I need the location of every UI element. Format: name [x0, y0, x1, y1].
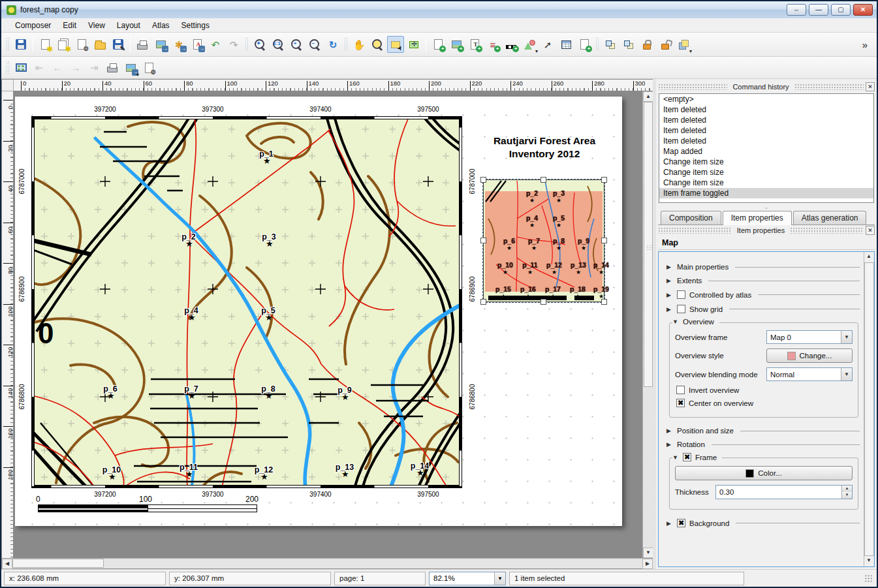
export-as-pdf[interactable]: A→ — [189, 36, 206, 53]
toolbar-overflow-icon[interactable]: » — [856, 36, 873, 53]
selection-handle[interactable] — [480, 177, 486, 183]
add-html-frame[interactable]: + — [576, 36, 593, 53]
properties-scroll-thumb[interactable] — [864, 262, 874, 556]
add-image[interactable]: + — [448, 36, 465, 53]
add-arrow[interactable]: ➚ — [539, 36, 556, 53]
new-composition[interactable]: ✱ — [37, 36, 54, 53]
center-on-overview-checkbox[interactable]: ✖ — [676, 399, 685, 407]
atlas-first-feature[interactable]: ⇤ — [31, 59, 48, 76]
menu-atlas[interactable]: Atlas — [146, 20, 176, 31]
tab-atlas-generation[interactable]: Atlas generation — [793, 211, 867, 224]
map-title-label[interactable]: Rautjarvi Forest Area Inventory 2012 — [464, 134, 625, 161]
export-atlas-as-image[interactable]: →▾ — [122, 59, 139, 76]
menu-settings[interactable]: Settings — [176, 20, 215, 31]
scroll-down-arrow[interactable]: ▼ — [643, 548, 653, 558]
zoom-out[interactable]: − — [306, 36, 323, 53]
add-label[interactable]: T+ — [466, 36, 483, 53]
history-item[interactable]: Map added — [659, 146, 873, 157]
history-item[interactable]: Item deleted — [659, 136, 873, 146]
properties-scrollbar[interactable]: ▲ ▼ — [864, 252, 874, 566]
minimize-button[interactable]: — — [809, 4, 828, 16]
overview-frame-select[interactable]: Map 0 ▼ — [766, 330, 853, 344]
zoom-in[interactable]: + — [288, 36, 305, 53]
section-extents[interactable]: ▶ Extents — [666, 277, 860, 285]
history-item[interactable]: Change item size — [659, 157, 873, 167]
frame-checkbox[interactable]: ✖ — [683, 453, 691, 461]
load-from-template[interactable] — [91, 36, 108, 53]
spin-up-icon[interactable]: ▲ — [842, 486, 852, 492]
command-history-list[interactable]: <empty>Item deletedItem deletedItem dele… — [659, 93, 874, 203]
atlas-previous-feature[interactable]: ← — [49, 59, 66, 76]
menu-view[interactable]: View — [82, 20, 111, 31]
controlled-by-atlas-checkbox[interactable] — [677, 290, 685, 299]
composition-canvas[interactable]: 0 — [14, 91, 642, 558]
scroll-right-arrow[interactable]: ▶ — [642, 559, 653, 569]
window-resize-grip[interactable] — [864, 574, 873, 583]
section-background[interactable]: ▶ ✖ Background — [666, 519, 860, 527]
section-frame[interactable]: ▼ ✖ Frame — [672, 453, 722, 461]
section-controlled-by-atlas[interactable]: ▶ Controlled by atlas — [666, 290, 860, 299]
save-project[interactable] — [12, 36, 29, 53]
section-show-grid[interactable]: ▶ Show grid — [666, 305, 860, 313]
toolbar-drag-handle[interactable] — [6, 37, 10, 52]
toolbar-drag-handle[interactable] — [245, 37, 249, 52]
toolbar-drag-handle[interactable] — [6, 61, 10, 75]
spin-down-icon[interactable]: ▼ — [842, 492, 852, 499]
menu-composer[interactable]: Composer — [9, 20, 57, 31]
maximize-button[interactable]: ▢ — [831, 4, 851, 16]
canvas-vertical-scrollbar[interactable]: ▲ ▼ — [642, 91, 653, 558]
command-history-header[interactable]: Command history ✕ — [658, 82, 875, 92]
add-scalebar[interactable]: + — [503, 36, 520, 53]
print[interactable] — [134, 36, 151, 53]
thickness-spinbox[interactable]: 0.30 ▲▼ — [715, 485, 853, 499]
selection-handle[interactable] — [480, 238, 486, 243]
selection-handle[interactable] — [480, 299, 486, 305]
close-button[interactable]: ✕ — [853, 4, 873, 16]
duplicate-composition[interactable]: ✱ — [55, 36, 72, 53]
atlas-last-feature[interactable]: ⇥ — [86, 59, 102, 76]
export-as-image[interactable]: → — [152, 36, 169, 53]
close-command-history-icon[interactable]: ✕ — [866, 82, 875, 91]
selection-handle[interactable] — [601, 299, 607, 305]
zoom-level-combobox[interactable]: 82.1% ▼ — [429, 572, 506, 585]
undo[interactable]: ↶ — [207, 36, 224, 53]
add-new-map[interactable]: + — [430, 36, 447, 53]
atlas-settings[interactable]: ⚙ — [140, 59, 157, 76]
toolbar-drag-handle[interactable] — [595, 37, 599, 52]
section-rotation[interactable]: ▶ Rotation — [666, 441, 860, 448]
show-grid-checkbox[interactable] — [677, 305, 685, 313]
scalebar-item[interactable]: 0 100 200 m — [38, 495, 257, 512]
invert-overview-checkbox[interactable] — [676, 386, 685, 394]
overview-blending-mode-select[interactable]: Normal ▼ — [766, 367, 853, 381]
history-item[interactable]: Item deleted — [659, 115, 873, 125]
history-item[interactable]: Item frame toggled — [659, 188, 873, 198]
export-as-svg[interactable]: ✱→ — [170, 36, 187, 53]
menu-edit[interactable]: Edit — [57, 20, 82, 31]
map-item[interactable]: 0 — [31, 116, 462, 488]
add-basic-shape[interactable]: ▾ — [521, 36, 538, 53]
overview-map-item[interactable]: p_2★p_3★p_4★p_5★p_6★p_7★p_8★p_9★p_10★p_1… — [483, 179, 604, 302]
history-item[interactable]: <empty> — [659, 94, 873, 104]
section-position-and-size[interactable]: ▶ Position and size — [666, 427, 860, 435]
lock-selected-items[interactable] — [638, 36, 655, 53]
raise-selected-items[interactable]: ▾ — [675, 36, 692, 53]
history-item[interactable]: Change item size — [659, 167, 873, 178]
history-item[interactable]: Change item size — [659, 178, 873, 188]
tab-composition[interactable]: Composition — [661, 211, 721, 224]
toolbar-drag-handle[interactable] — [344, 37, 348, 52]
redo[interactable]: ↷ — [225, 36, 242, 53]
selection-handle[interactable] — [541, 299, 546, 305]
print-atlas[interactable] — [104, 59, 121, 76]
selection-handle[interactable] — [541, 177, 546, 183]
select-move-item[interactable] — [387, 36, 404, 53]
horizontal-scroll-thumb[interactable] — [12, 559, 104, 568]
add-attribute-table[interactable] — [557, 36, 574, 53]
titlebar[interactable]: forest_map copy ⇔ — ▢ ✕ — [1, 1, 877, 18]
tab-item-properties[interactable]: Item properties — [723, 211, 792, 225]
menu-layout[interactable]: Layout — [111, 20, 146, 31]
preview-atlas[interactable] — [12, 59, 29, 76]
dock-splitter-handle[interactable] — [658, 206, 875, 210]
zoom-actual-size[interactable]: 1:1 — [270, 36, 287, 53]
ungroup-items[interactable] — [620, 36, 637, 53]
scroll-up-arrow[interactable]: ▲ — [864, 252, 873, 262]
